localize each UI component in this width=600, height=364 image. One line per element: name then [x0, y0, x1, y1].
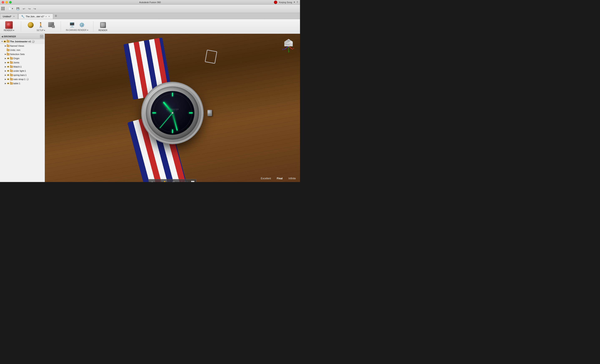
navigate-dropdown[interactable]: ▾	[156, 180, 159, 182]
ribbon-sep-3	[93, 21, 94, 32]
underlight-label: under light:1	[13, 70, 26, 72]
pan-button[interactable]: ✋	[162, 180, 168, 182]
redo-button[interactable]: ↪	[27, 6, 32, 11]
navigate-button[interactable]: ⊕	[149, 180, 155, 182]
redo2-button[interactable]: ↪	[32, 6, 37, 11]
render-output-button[interactable]	[47, 21, 56, 29]
tab-untitled[interactable]: Untitled* ✕	[0, 14, 18, 19]
render-group: RENDER	[98, 21, 108, 31]
named-views-folder	[7, 45, 9, 47]
incanvas-label: IN-CANVAS RENDER ▾	[66, 29, 88, 31]
appearance-icon	[28, 22, 34, 28]
table1-label: table:1	[13, 82, 20, 85]
zoom-fit-button[interactable]: ⊡	[170, 180, 176, 182]
tree-item-named-views[interactable]: ▶ Named Views	[0, 44, 45, 48]
table1-eye	[7, 83, 9, 84]
incanvas-icon: 🖥️	[69, 22, 75, 28]
natostrap-eye	[7, 78, 9, 80]
watch-scene: JOINTMASTER AUTOMATIC	[45, 34, 300, 182]
display-mode-2-button[interactable]: ⬜	[190, 180, 196, 182]
svg-text:FRONT: FRONT	[285, 44, 290, 45]
maximize-button[interactable]	[9, 1, 12, 4]
undo-redo-group: ↩ ↪ ↪	[21, 6, 37, 11]
tab-untitled-close[interactable]: ✕	[13, 15, 15, 18]
svg-text:Z: Z	[282, 48, 283, 50]
tree-item-springbars[interactable]: ▶ spring bars:1	[0, 73, 45, 77]
quality-final[interactable]: Final	[276, 177, 283, 180]
selection-sets-label: Selection Sets	[10, 53, 25, 56]
zoom-dropdown[interactable]: ▾	[177, 180, 180, 182]
content-area: RENDER ▾ 🚶 SETUP ▾	[0, 19, 300, 182]
tab-jointmaster-close[interactable]: ✕	[48, 15, 50, 18]
minimize-button[interactable]	[5, 1, 8, 4]
incanvas-dropdown[interactable]: IN-CANVAS RENDER ▾	[66, 29, 88, 31]
save-button[interactable]: 💾	[15, 6, 21, 12]
tree-item-table1[interactable]: ▶ table:1	[0, 81, 45, 85]
incanvas-render-button[interactable]: 🖥️	[67, 21, 76, 28]
add-tab-button[interactable]: ≡	[54, 14, 58, 18]
springbars-folder	[10, 74, 13, 76]
tree-item-watch1[interactable]: ▶ Watch:1	[0, 65, 45, 69]
tree-item-underlight[interactable]: ▶ under light:1	[0, 69, 45, 73]
svg-text:Y: Y	[289, 50, 290, 53]
close-button[interactable]	[2, 1, 4, 4]
joints-label: Joints	[13, 61, 19, 64]
main-area: ◀ BROWSER — ▼ The Jointmaster v1 ▶ Named…	[0, 34, 300, 182]
toolbar-divider-2	[169, 180, 169, 182]
incanvas-buttons: 🖥️ ⚙️	[67, 21, 86, 28]
springbars-arrow: ▶	[4, 74, 7, 76]
tree-item-units[interactable]: ▶ Units: mm	[0, 48, 45, 52]
help-button[interactable]: ?	[297, 1, 298, 4]
ribbon-area: RENDER ▾ 🚶 SETUP ▾	[0, 19, 300, 34]
render-execute-label: RENDER	[98, 29, 107, 31]
tree-item-joints[interactable]: ▶ Joints	[0, 60, 45, 65]
render-mode-dropdown[interactable]: RENDER ▾	[2, 20, 16, 32]
scene-settings-icon: 🚶	[38, 22, 44, 28]
setup-dropdown[interactable]: SETUP ▾	[37, 29, 45, 31]
render-quality-bar: Excellent Final Infinite	[260, 177, 297, 180]
tree-root-item[interactable]: ▼ The Jointmaster v1	[0, 39, 45, 44]
user-name[interactable]: Keqing Song	[279, 1, 292, 4]
view-cube[interactable]: Y X Z TOP FRONT	[281, 38, 296, 55]
undo-button[interactable]: ↩	[21, 6, 27, 11]
natostrap-arrow: ▶	[4, 78, 7, 81]
root-eye-icon	[3, 40, 6, 43]
user-dropdown-icon[interactable]: ▾	[294, 1, 295, 4]
watch-case: JOINTMASTER AUTOMATIC	[143, 84, 202, 142]
strap-hardware	[205, 50, 217, 64]
natostrap-label: nato strap:1	[13, 78, 25, 81]
display-mode-button[interactable]: ⬛	[183, 180, 189, 182]
browser-label: BROWSER	[4, 35, 39, 38]
browser-collapse-button[interactable]: —	[40, 35, 43, 38]
tree-item-natostrap[interactable]: ▶ nato strap:1	[0, 77, 45, 81]
watch-bezel: JOINTMASTER AUTOMATIC	[146, 86, 199, 140]
incanvas-settings-button[interactable]: ⚙️	[77, 21, 86, 28]
natostrap-badge	[26, 78, 29, 81]
units-folder	[7, 49, 9, 51]
watch-dial: JOINTMASTER AUTOMATIC	[150, 91, 194, 135]
render-execute-icon	[100, 22, 106, 28]
incanvas-settings-icon: ⚙️	[79, 22, 85, 28]
render-execute-button[interactable]	[98, 21, 108, 29]
quality-infinite[interactable]: Infinite	[288, 177, 297, 180]
quality-excellent[interactable]: Excellent	[260, 177, 272, 180]
origin-label: Origin	[13, 57, 19, 60]
window-controls	[2, 1, 12, 4]
file-menu[interactable]: 📄 ▾	[7, 6, 14, 12]
watch1-folder	[10, 66, 13, 68]
appearance-button[interactable]	[26, 21, 35, 29]
tab-jointmaster[interactable]: 🔧 The Join...ster v1* ● ✕	[18, 14, 53, 19]
named-views-arrow: ▶	[4, 45, 7, 47]
springbars-label: spring bars:1	[13, 74, 27, 76]
browser-collapse-arrow[interactable]: ◀	[1, 35, 3, 38]
scene-settings-button[interactable]: 🚶	[36, 21, 46, 29]
grid-menu-icon[interactable]	[1, 7, 5, 11]
origin-folder	[10, 57, 13, 60]
tree-item-origin[interactable]: ▶ Origin	[0, 56, 45, 60]
tree-item-selection-sets[interactable]: ▶ Selection Sets	[0, 52, 45, 56]
viewport[interactable]: JOINTMASTER AUTOMATIC	[45, 34, 300, 182]
view-cube-svg: Y X Z TOP FRONT	[281, 38, 296, 55]
svg-line-1	[289, 46, 293, 49]
tab-untitled-label: Untitled*	[3, 15, 11, 18]
sidebar: ◀ BROWSER — ▼ The Jointmaster v1 ▶ Named…	[0, 34, 45, 182]
